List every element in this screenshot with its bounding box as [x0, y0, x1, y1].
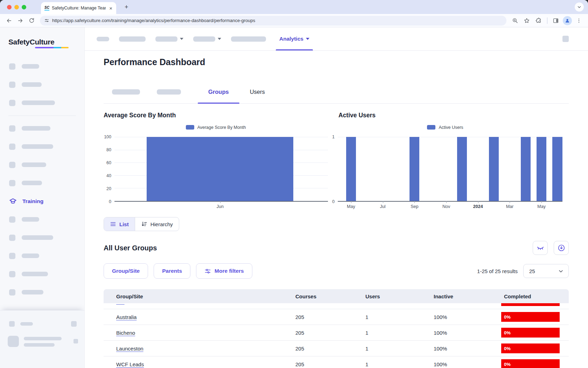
- profile-avatar[interactable]: [563, 16, 572, 25]
- hide-columns-button[interactable]: [533, 241, 548, 255]
- filter-group-site-button[interactable]: Group/Site: [104, 263, 148, 279]
- users-cell: 1: [354, 346, 422, 352]
- hierarchy-view-button[interactable]: Hierarchy: [135, 217, 179, 231]
- chart-legend[interactable]: Active Users: [328, 125, 562, 130]
- y-axis: 020406080100: [104, 137, 114, 202]
- bar: [147, 137, 293, 201]
- more-filters-button[interactable]: More filters: [196, 263, 252, 279]
- bar: [457, 137, 467, 201]
- url-text[interactable]: https://app.safetyculture.com/training/m…: [52, 18, 255, 23]
- zoom-icon[interactable]: [510, 16, 520, 26]
- download-button[interactable]: [554, 241, 569, 255]
- x-axis-tick-label: May: [347, 204, 355, 209]
- tab-users[interactable]: Users: [239, 80, 275, 103]
- table-row[interactable]: WCF Leads2051100%0%: [104, 356, 569, 368]
- sidebar-item-training[interactable]: Training: [0, 192, 84, 210]
- extensions-icon[interactable]: [534, 16, 544, 26]
- courses-cell: 205: [284, 346, 354, 352]
- page-size-value: 25: [529, 268, 535, 274]
- filter-label: More filters: [215, 268, 244, 274]
- group-link[interactable]: Bicheno: [116, 330, 135, 336]
- column-header[interactable]: Completed: [488, 293, 569, 299]
- browser-tab[interactable]: SC SafetyCulture: Manage Teams and... ×: [41, 2, 116, 14]
- nav-item-analytics[interactable]: Analytics: [276, 27, 313, 50]
- tab-groups[interactable]: Groups: [198, 80, 239, 103]
- bar: [552, 137, 562, 201]
- y-axis-tick-label: 60: [106, 161, 111, 165]
- nav-skeleton-item: [231, 27, 266, 50]
- x-axis-tick: [220, 201, 220, 203]
- x-axis-tick: [478, 201, 478, 203]
- inactive-cell: 100%: [422, 361, 488, 367]
- sliders-icon: [204, 268, 211, 275]
- page-size-select[interactable]: 25: [523, 264, 569, 278]
- hierarchy-icon: [141, 221, 147, 227]
- filter-parents-button[interactable]: Parents: [154, 263, 190, 279]
- new-tab-button[interactable]: +: [122, 3, 131, 12]
- side-panel-icon[interactable]: [551, 16, 561, 26]
- legend-swatch: [186, 125, 194, 130]
- group-link[interactable]: WA: [116, 303, 125, 304]
- group-link[interactable]: WCF Leads: [116, 361, 144, 367]
- column-header[interactable]: Courses: [284, 293, 354, 299]
- y-axis-tick-label: 1: [332, 135, 335, 139]
- list-icon: [110, 221, 116, 227]
- column-header[interactable]: Inactive: [422, 293, 488, 299]
- completed-value: 0%: [504, 303, 511, 304]
- browser-tabstrip: SC SafetyCulture: Manage Teams and... × …: [0, 0, 588, 14]
- reload-icon[interactable]: [27, 16, 36, 26]
- sidebar-skeleton-item: [0, 210, 84, 229]
- group-site-cell: Launceston: [104, 346, 284, 352]
- chart-title: Average Score By Month: [104, 112, 328, 119]
- nav-skeleton-item: [97, 27, 109, 50]
- chart-plot-area[interactable]: MayJulSepNov2024MarMay: [338, 137, 562, 202]
- address-bar[interactable]: https://app.safetyculture.com/training/m…: [40, 16, 506, 26]
- table-row[interactable]: Launceston2051100%0%: [104, 341, 569, 356]
- sidebar-divider: [8, 116, 76, 116]
- users-cell: 1: [354, 303, 422, 304]
- group-link[interactable]: Launceston: [116, 346, 144, 352]
- tab-search-chevron-icon[interactable]: [575, 2, 584, 12]
- browser-menu-kebab-icon[interactable]: [574, 16, 584, 26]
- users-cell: 1: [354, 330, 422, 336]
- table-row[interactable]: Australia2051100%0%: [104, 309, 569, 325]
- sidebar-skeleton-item: [0, 265, 84, 283]
- minimize-window-button[interactable]: [14, 5, 19, 9]
- site-settings-icon[interactable]: [44, 18, 49, 23]
- tab-skeleton: [157, 89, 181, 95]
- sidebar-skeleton-item: [0, 76, 84, 94]
- fullscreen-window-button[interactable]: [22, 5, 26, 9]
- bar: [346, 137, 356, 201]
- sidebar-skeleton-item: [0, 174, 84, 192]
- column-header[interactable]: Users: [354, 293, 422, 299]
- column-header[interactable]: Group/Site: [104, 293, 284, 299]
- window-controls[interactable]: [7, 5, 26, 9]
- sidebar-skeleton-item: [0, 119, 84, 138]
- forward-icon[interactable]: [15, 16, 25, 26]
- chart-plot-area[interactable]: Jun: [114, 137, 328, 202]
- chart-legend[interactable]: Average Score By Month: [104, 125, 328, 130]
- active-users-chart: Active Users Active Users 01 MayJulSepNo…: [328, 112, 569, 202]
- legend-label: Average Score By Month: [197, 125, 246, 130]
- chart-title: Active Users: [338, 112, 562, 119]
- group-link[interactable]: Australia: [116, 314, 136, 320]
- x-axis-tick-label: Sep: [411, 204, 418, 209]
- logo-text-culture: Culture: [30, 38, 55, 46]
- back-icon[interactable]: [4, 16, 14, 26]
- bookmark-star-icon[interactable]: [522, 16, 532, 26]
- courses-cell: 205: [284, 303, 354, 304]
- close-window-button[interactable]: [7, 5, 12, 9]
- x-axis-tick-label: Mar: [506, 204, 514, 209]
- table-row[interactable]: Bicheno2051100%0%: [104, 325, 569, 341]
- sidebar-skeleton-item: [0, 138, 84, 156]
- table-row[interactable]: WA2051100%0%: [104, 303, 569, 309]
- tab-close-icon[interactable]: ×: [108, 5, 113, 11]
- group-site-cell: WCF Leads: [104, 361, 284, 367]
- page-content: Performance Dashboard Groups Users Avera…: [85, 51, 588, 368]
- group-site-cell: Bicheno: [104, 330, 284, 336]
- sidebar-bottom-section: [0, 310, 84, 368]
- completed-progress-bar: 0%: [501, 359, 560, 368]
- nav-skeleton-dropdown: [155, 27, 183, 50]
- x-axis-tick: [383, 201, 383, 203]
- list-view-button[interactable]: List: [104, 217, 135, 231]
